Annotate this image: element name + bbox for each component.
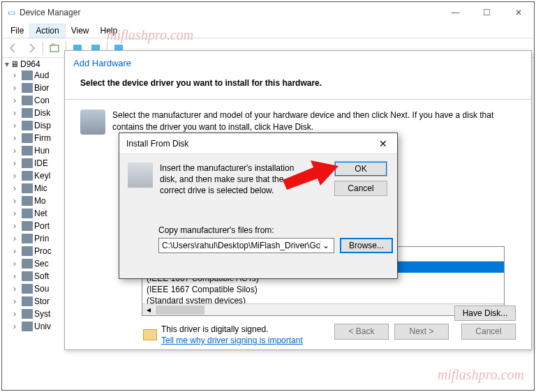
tree-item-label: Aud: [34, 70, 49, 80]
ok-button[interactable]: OK: [334, 161, 387, 176]
scroll-left-icon[interactable]: ◂: [142, 304, 154, 315]
menu-file[interactable]: File: [5, 24, 29, 37]
tree-item[interactable]: ›Univ: [5, 320, 68, 333]
device-icon: [22, 309, 33, 319]
monitor-icon: ▭: [8, 8, 15, 17]
device-icon: [22, 108, 33, 118]
watermark: miflashpro.com: [438, 367, 524, 383]
tree-item-label: Net: [34, 209, 47, 218]
tree-item[interactable]: ›Mo: [5, 195, 68, 207]
tree-item[interactable]: ›Bior: [5, 82, 68, 94]
window-title: Device Manager: [20, 8, 440, 17]
tree-item-label: IDE: [34, 158, 48, 168]
tree-item-label: Prin: [34, 234, 49, 243]
menu-action[interactable]: Action: [29, 24, 65, 38]
computer-icon: 🖥: [10, 59, 19, 69]
tree-item[interactable]: ›Firm: [5, 132, 68, 144]
device-icon: [22, 183, 33, 193]
tree-item-label: Hun: [34, 146, 50, 156]
tree-item-label: Univ: [34, 322, 51, 331]
device-icon: [22, 221, 33, 231]
back-button[interactable]: < Back: [334, 324, 389, 340]
tree-item[interactable]: ›IDE: [5, 157, 68, 169]
close-button[interactable]: ✕: [502, 2, 534, 23]
minimize-button[interactable]: —: [440, 2, 471, 23]
svg-rect-5: [114, 45, 123, 50]
root-label: D964: [20, 59, 40, 69]
wizard-nav: < Back Next > Cancel: [334, 324, 516, 340]
tree-item[interactable]: ›Proc: [5, 245, 68, 257]
scrollbar[interactable]: ◂ ▸: [142, 303, 504, 315]
device-icon: [22, 234, 33, 243]
dialog-title: Add Hardware: [65, 51, 531, 71]
tree-item[interactable]: ›Hun: [5, 144, 68, 157]
watermark: miflashpro.com: [107, 27, 193, 43]
tree-item-label: Sec: [34, 259, 49, 269]
tree-item-label: Mic: [34, 183, 47, 193]
svg-marker-7: [283, 160, 338, 190]
arrow-annotation: [283, 159, 338, 192]
cancel-button[interactable]: Cancel: [334, 181, 387, 196]
sign-link[interactable]: Tell me why driver signing is important: [161, 336, 303, 345]
tree-root[interactable]: ▾ 🖥 D964: [5, 59, 68, 69]
svg-rect-1: [73, 45, 82, 50]
copy-from-label: Copy manufacturer's files from:: [158, 225, 274, 235]
menu-bar: File Action View Help: [2, 23, 534, 38]
tree-item[interactable]: ›Port: [5, 220, 68, 232]
menu-view[interactable]: View: [66, 24, 95, 37]
dialog-heading: Select the device driver you want to ins…: [65, 71, 531, 95]
tree-item[interactable]: ›Stor: [5, 295, 68, 308]
tree-item[interactable]: ›Syst: [5, 308, 68, 320]
dialog-instruction: Select the manufacturer and model of you…: [112, 110, 516, 135]
tree-item[interactable]: ›Sou: [5, 282, 68, 295]
tree-item-label: Firm: [34, 133, 51, 143]
hardware-icon: [80, 110, 105, 135]
tree-item[interactable]: ›Con: [5, 94, 68, 107]
device-icon: [22, 96, 33, 105]
chevron-down-icon[interactable]: ⌄: [320, 241, 331, 250]
cancel-button[interactable]: Cancel: [461, 324, 516, 340]
scroll-thumb[interactable]: [156, 306, 204, 315]
certificate-icon: [143, 329, 157, 340]
tree-item[interactable]: ›Aud: [5, 69, 68, 82]
tree-item[interactable]: ›Keyl: [5, 169, 68, 182]
titlebar: ▭ Device Manager — ☐ ✕: [2, 2, 534, 23]
have-disk-button[interactable]: Have Disk...: [454, 306, 516, 321]
device-icon: [22, 196, 33, 206]
tree-item[interactable]: ›Prin: [5, 232, 68, 245]
device-icon: [22, 121, 33, 130]
install-from-disk-dialog: Install From Disk ✕ Insert the manufactu…: [119, 133, 398, 279]
device-icon: [22, 322, 33, 331]
tree-item-label: Soft: [34, 271, 49, 281]
tree-item[interactable]: ›Disp: [5, 119, 68, 132]
device-icon: [22, 171, 33, 181]
tree-item[interactable]: ›Disk: [5, 107, 68, 119]
next-button[interactable]: Next >: [394, 324, 449, 340]
tree-item[interactable]: ›Mic: [5, 182, 68, 195]
ifd-titlebar: Install From Disk ✕: [119, 133, 397, 154]
tree-item[interactable]: ›Net: [5, 207, 68, 220]
tree-item-label: Disk: [34, 108, 50, 118]
device-icon: [22, 146, 33, 156]
path-input[interactable]: C:\Users\rahul\Desktop\MiFlash_Driver\Go…: [158, 238, 334, 253]
device-icon: [22, 70, 33, 80]
tree-item-label: Bior: [34, 83, 49, 93]
device-tree[interactable]: ▾ 🖥 D964 ›Aud›Bior›Con›Disk›Disp›Firm›Hu…: [5, 59, 68, 387]
tree-item[interactable]: ›Sec: [5, 257, 68, 270]
up-icon[interactable]: [46, 40, 63, 56]
maximize-button[interactable]: ☐: [471, 2, 502, 23]
tree-item-label: Stor: [34, 296, 50, 306]
device-icon: [22, 133, 33, 143]
path-value: C:\Users\rahul\Desktop\MiFlash_Driver\Go…: [162, 241, 320, 250]
close-icon[interactable]: ✕: [369, 138, 397, 149]
sign-text: This driver is digitally signed.: [161, 324, 268, 334]
tree-item-label: Con: [34, 96, 50, 105]
list-item[interactable]: (IEEE 1667 Compatible Silos): [142, 284, 504, 295]
back-icon[interactable]: [5, 40, 22, 56]
disk-icon: [128, 163, 153, 188]
browse-button[interactable]: Browse...: [340, 238, 393, 253]
device-icon: [22, 271, 33, 281]
tree-item-label: Syst: [34, 309, 50, 319]
forward-icon[interactable]: [23, 40, 40, 56]
tree-item[interactable]: ›Soft: [5, 270, 68, 282]
